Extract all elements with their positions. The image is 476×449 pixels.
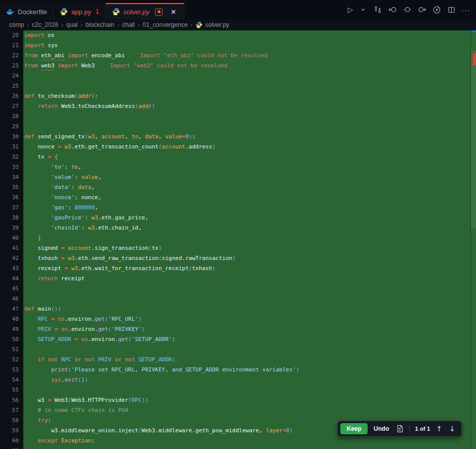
code-line[interactable]: 35 'data': data, bbox=[0, 182, 476, 193]
code-token: import bbox=[24, 32, 45, 39]
code-line[interactable]: 23from web3 import Web3Import "web3" cou… bbox=[0, 61, 476, 71]
code-line[interactable]: 52 if not RPC or not PRIV or not SETUP_A… bbox=[0, 355, 476, 365]
diff-file-icon[interactable] bbox=[395, 424, 404, 433]
line-number: 45 bbox=[0, 284, 23, 294]
editor[interactable]: 20import os21import sys22from eth_abi im… bbox=[0, 30, 476, 449]
line-number: 52 bbox=[0, 355, 23, 365]
code-line[interactable]: 42 txhash = w3.eth.send_raw_transaction(… bbox=[0, 253, 476, 264]
code-line[interactable]: 39 'chainId': w3.eth.chain_id, bbox=[0, 223, 476, 233]
code-line[interactable]: 56 w3 = Web3(Web3.HTTPProvider(RPC)) bbox=[0, 395, 476, 405]
breadcrumb-file[interactable]: solver.py bbox=[195, 21, 229, 28]
code-line[interactable]: 55 bbox=[0, 385, 476, 395]
line-number: 39 bbox=[0, 223, 23, 233]
code-token: try bbox=[38, 417, 48, 424]
code-line[interactable]: 47def main(): bbox=[0, 304, 476, 314]
breadcrumb-segment[interactable]: qual bbox=[66, 21, 78, 28]
code-line[interactable]: 46 bbox=[0, 294, 476, 304]
code-token: = bbox=[58, 143, 61, 150]
breadcrumb-segment[interactable]: 01_convergence bbox=[143, 21, 188, 28]
tab-app-py[interactable]: app.py 1 bbox=[54, 3, 106, 19]
code-line[interactable]: 60 except Exception: bbox=[0, 436, 476, 446]
code-text bbox=[23, 111, 476, 122]
code-token: .eth.wait_for_transaction_receipt bbox=[78, 265, 189, 272]
run-icon[interactable]: ▷ bbox=[345, 5, 355, 15]
code-line[interactable]: 22from eth_abi import encode_abiImport "… bbox=[0, 51, 476, 61]
down-arrow-icon[interactable]: ↓ bbox=[448, 425, 456, 433]
code-line[interactable]: 27 return Web3.toChecksumAddress(addr) bbox=[0, 101, 476, 111]
split-editor-icon[interactable] bbox=[446, 5, 456, 15]
previous-change-icon[interactable] bbox=[387, 5, 398, 15]
code-token: tx bbox=[152, 245, 158, 251]
keep-button[interactable]: Keep bbox=[340, 423, 367, 434]
run-dropdown-chevron-icon[interactable] bbox=[358, 5, 368, 15]
code-token: : bbox=[172, 356, 175, 363]
code-token: , bbox=[125, 133, 132, 140]
pending-edit-indicator[interactable] bbox=[155, 8, 163, 16]
code-line[interactable]: 36 'nonce': nonce, bbox=[0, 193, 476, 203]
breadcrumb-segment[interactable]: c2c_2026 bbox=[32, 21, 58, 28]
code-line[interactable]: 38 'gasPrice': w3.eth.gas_price, bbox=[0, 213, 476, 223]
code-token: Web3.middleware.geth_poa_middleware, bbox=[142, 427, 266, 434]
code-line[interactable]: 30def send_signed_tx(w3, account, to, da… bbox=[0, 132, 476, 142]
code-line[interactable]: 29 bbox=[0, 122, 476, 132]
code-token: Web3 bbox=[51, 397, 68, 403]
code-line[interactable]: 61 bbox=[0, 446, 476, 449]
next-change-icon[interactable] bbox=[417, 5, 427, 15]
code-line[interactable]: 53 print('Please set RPC_URL, PRIVKEY, a… bbox=[0, 365, 476, 375]
code-token: receipt bbox=[24, 265, 64, 272]
line-number: 35 bbox=[0, 182, 23, 193]
breadcrumb-segment[interactable]: blockchain bbox=[86, 21, 114, 28]
code-token: sys bbox=[51, 377, 61, 383]
code-line[interactable]: 33 'to': to, bbox=[0, 162, 476, 172]
code-line[interactable]: 48 RPC = os.environ.get('RPC_URL') bbox=[0, 314, 476, 324]
code-text: } bbox=[23, 233, 476, 243]
diff-action-bar: Keep Undo 1 of 1 ↑ ↓ bbox=[337, 421, 462, 437]
code-line[interactable]: 21import sys bbox=[0, 41, 476, 51]
code-line[interactable]: 54 sys.exit(1) bbox=[0, 375, 476, 385]
more-actions-icon[interactable]: ··· bbox=[461, 5, 471, 15]
code-line[interactable]: 32 tx = { bbox=[0, 152, 476, 162]
line-number: 37 bbox=[0, 203, 23, 213]
code-line[interactable]: 43 receipt = w3.eth.wait_for_transaction… bbox=[0, 264, 476, 274]
code-line[interactable]: 51 bbox=[0, 345, 476, 355]
code-line[interactable]: 44 return receipt bbox=[0, 274, 476, 284]
scrollbar-thumb[interactable] bbox=[471, 51, 476, 228]
code-line[interactable]: 40 } bbox=[0, 233, 476, 243]
code-line[interactable]: 20import os bbox=[0, 30, 476, 41]
breadcrumb-segment[interactable]: comp bbox=[9, 21, 24, 28]
code-line[interactable]: 24 bbox=[0, 71, 476, 81]
code-line[interactable]: 28 bbox=[0, 111, 476, 122]
tab-dockerfile[interactable]: Dockerfile bbox=[0, 3, 54, 19]
code-line[interactable]: 41 signed = account.sign_transaction(tx) bbox=[0, 243, 476, 253]
code-line[interactable]: 31 nonce = w3.eth.get_transaction_count(… bbox=[0, 142, 476, 152]
code-token: sys bbox=[45, 42, 58, 49]
line-number: 22 bbox=[0, 51, 23, 61]
play-circle-icon[interactable] bbox=[431, 5, 442, 15]
code-text bbox=[23, 345, 476, 355]
line-number: 36 bbox=[0, 193, 23, 203]
breadcrumb-segment[interactable]: chall bbox=[122, 21, 135, 28]
code-token: w3 bbox=[91, 214, 98, 221]
chevron-right-icon: › bbox=[81, 22, 83, 28]
current-change-icon[interactable] bbox=[402, 5, 412, 15]
compare-changes-icon[interactable] bbox=[373, 5, 383, 15]
code-token: ) bbox=[138, 316, 142, 322]
tab-solver-py[interactable]: solver.py ✕ bbox=[106, 3, 184, 19]
chevron-right-icon: › bbox=[191, 22, 193, 28]
code-line[interactable]: 50 SETUP_ADDR = os.environ.get('SETUP_AD… bbox=[0, 334, 476, 345]
editor-actions: ▷ ··· bbox=[345, 5, 471, 15]
code-line[interactable]: 37 'gas': 800000, bbox=[0, 203, 476, 213]
undo-button[interactable]: Undo bbox=[373, 425, 390, 432]
code-line[interactable]: 25 bbox=[0, 81, 476, 91]
code-token: import bbox=[58, 62, 78, 69]
tab-label: app.py bbox=[71, 8, 91, 16]
code-line[interactable]: 45 bbox=[0, 284, 476, 294]
code-token bbox=[58, 437, 61, 444]
code-line[interactable]: 49 PRIV = os.environ.get('PRIVKEY') bbox=[0, 324, 476, 334]
close-tab-icon[interactable]: ✕ bbox=[169, 8, 178, 16]
up-arrow-icon[interactable]: ↑ bbox=[435, 425, 444, 433]
code-line[interactable]: 34 'value': value, bbox=[0, 172, 476, 182]
code-token: to_checksum bbox=[34, 93, 74, 99]
code-line[interactable]: 26def to_checksum(addr): bbox=[0, 91, 476, 101]
code-line[interactable]: 57 # in some CTFs chain is POA bbox=[0, 405, 476, 416]
